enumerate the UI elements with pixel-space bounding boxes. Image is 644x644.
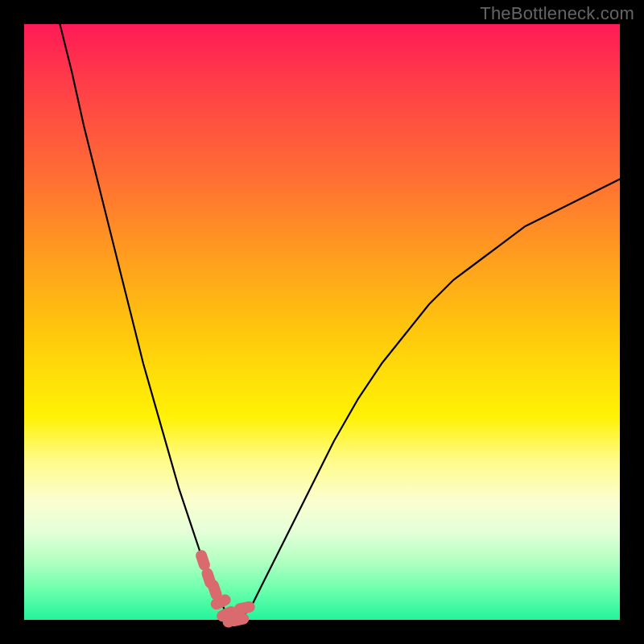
watermark-label: TheBottleneck.com [480, 3, 634, 24]
curve-line [60, 24, 620, 620]
chart-frame: TheBottleneck.com [0, 0, 644, 644]
chart-svg [24, 24, 620, 620]
plot-area [24, 24, 620, 620]
svg-rect-7 [233, 601, 256, 616]
marker-segment [194, 548, 256, 629]
